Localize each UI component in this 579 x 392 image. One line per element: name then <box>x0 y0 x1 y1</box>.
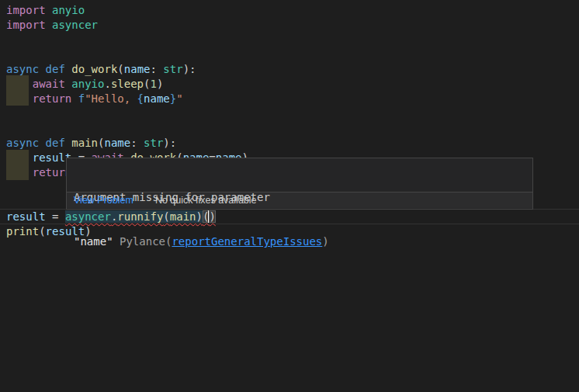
code-line[interactable]: async def do_work(name: str): <box>6 62 579 77</box>
code-token: result <box>6 210 46 223</box>
code-token: { <box>137 92 144 105</box>
code-token: anyio <box>71 78 104 90</box>
code-token <box>39 63 45 75</box>
code-token: main <box>71 137 98 149</box>
no-quick-fixes-label: No quick fixes available <box>155 195 257 206</box>
code-editor: import anyioimport asyncerasync def do_w… <box>0 0 579 392</box>
code-token: def <box>46 63 65 75</box>
code-token: = <box>46 210 65 223</box>
code-token: print <box>6 225 39 238</box>
code-line[interactable] <box>6 106 579 121</box>
param-name-code: "name" <box>74 235 113 248</box>
code-line[interactable]: import asyncer <box>6 18 579 33</box>
code-token: ): <box>163 137 176 149</box>
code-token: name <box>144 92 170 105</box>
code-token: ( <box>144 78 150 90</box>
code-token: : <box>151 63 164 75</box>
code-token: . <box>104 78 110 90</box>
code-line[interactable] <box>6 33 579 47</box>
code-line[interactable] <box>6 121 579 136</box>
code-token: return <box>33 92 72 105</box>
code-token <box>6 166 33 179</box>
code-token: async <box>6 63 39 75</box>
code-token <box>46 4 52 16</box>
code-token <box>6 151 33 164</box>
code-token: 1 <box>151 78 157 90</box>
code-token: ) <box>157 78 163 90</box>
view-problem-link[interactable]: View Problem <box>74 195 133 206</box>
code-token: import <box>6 4 46 16</box>
code-token: asyncer <box>52 19 98 31</box>
pylance-rule-link[interactable]: reportGeneralTypeIssues <box>172 235 322 248</box>
code-token <box>46 19 52 31</box>
editor-background: { "colors": { "background": "#1e1e1e", "… <box>0 0 579 392</box>
code-token: name <box>124 63 151 75</box>
hover-tooltip: Argument missing for parameter "name" Py… <box>66 158 533 210</box>
code-token: : <box>130 137 144 149</box>
code-line[interactable]: async def main(name: str): <box>6 136 579 151</box>
code-token: str <box>163 63 182 75</box>
code-token: anyio <box>52 4 85 16</box>
pylance-source-prefix: Pylance( <box>113 235 172 248</box>
code-token <box>6 92 33 105</box>
code-token: do_work <box>71 63 117 75</box>
hover-message-line2: "name" Pylance(reportGeneralTypeIssues) <box>74 234 525 249</box>
code-token: import <box>6 19 46 31</box>
code-line[interactable]: return f"Hello, {name}" <box>6 92 579 106</box>
code-token: " <box>176 92 182 105</box>
code-token <box>6 78 33 90</box>
code-token: "Hello, <box>85 92 137 105</box>
code-token: ( <box>39 225 45 238</box>
code-token: } <box>170 92 176 105</box>
pylance-source-suffix: ) <box>322 235 328 248</box>
code-token: str <box>144 137 163 149</box>
code-line[interactable] <box>6 47 579 62</box>
hover-message: Argument missing for parameter "name" Py… <box>67 158 532 192</box>
code-token <box>71 92 78 105</box>
code-line[interactable]: import anyio <box>6 3 579 18</box>
code-token: f <box>78 92 85 105</box>
code-token: name <box>104 137 130 149</box>
code-token: ( <box>117 63 123 75</box>
code-token: async <box>6 137 39 149</box>
code-line[interactable]: await anyio.sleep(1) <box>6 77 579 92</box>
code-token <box>39 137 45 149</box>
code-token: sleep <box>111 78 144 90</box>
code-token: def <box>46 137 65 149</box>
code-token: ): <box>183 63 196 75</box>
code-token: await <box>33 78 65 90</box>
